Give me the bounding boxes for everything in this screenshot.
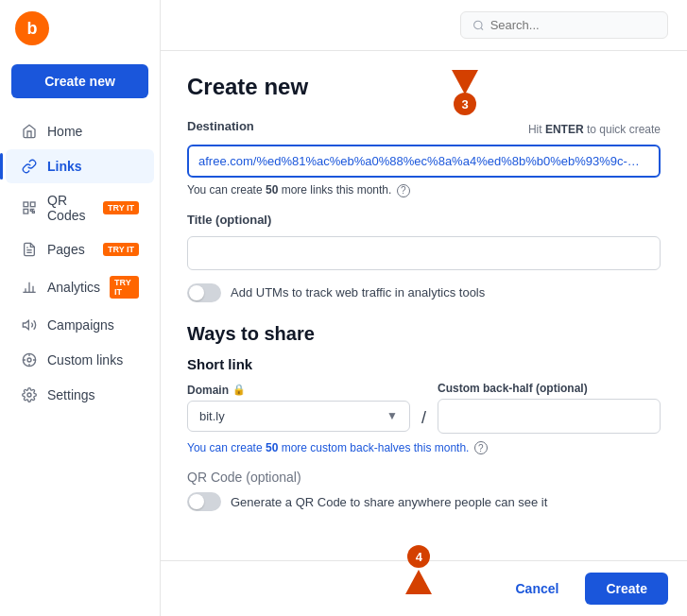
qr-code-label: Generate a QR Code to share anywhere peo… (231, 495, 547, 509)
topbar (161, 0, 687, 51)
annotation-3: 3 (452, 70, 478, 115)
search-input[interactable] (490, 18, 656, 32)
svg-point-11 (27, 393, 31, 397)
can-create-help-icon[interactable]: ? (397, 184, 410, 197)
home-icon (21, 123, 38, 140)
analytics-try-it-badge: TRY IT (110, 276, 139, 299)
chevron-down-icon: ▼ (386, 409, 398, 422)
lock-icon: 🔒 (232, 384, 246, 396)
domain-select[interactable]: bit.ly ▼ (187, 401, 410, 432)
sidebar-item-pages[interactable]: Pages TRY IT (6, 232, 154, 266)
domain-row: Domain 🔒 bit.ly ▼ / Custom back-half (op… (187, 382, 661, 434)
title-input[interactable] (187, 236, 661, 270)
domain-column: Domain 🔒 bit.ly ▼ (187, 384, 410, 432)
sidebar-item-links-label: Links (47, 159, 139, 174)
custom-links-icon (21, 351, 38, 368)
custom-backhalf-label: Custom back-half (optional) (438, 382, 661, 395)
main-area: Create new Destination Hit ENTER to quic… (161, 0, 687, 616)
svg-rect-2 (24, 209, 28, 214)
sidebar-item-analytics[interactable]: Analytics TRY IT (6, 267, 154, 307)
svg-point-12 (474, 21, 482, 28)
sidebar-item-home[interactable]: Home (6, 114, 154, 148)
pages-icon (21, 241, 38, 258)
sidebar-item-links[interactable]: Links (6, 149, 154, 183)
qr-code-title: QR Code (optional) (187, 470, 661, 485)
sidebar-item-campaigns[interactable]: Campaigns (6, 308, 154, 342)
enter-hint: Hit ENTER to quick create (528, 123, 661, 136)
analytics-icon (21, 279, 38, 296)
svg-rect-0 (24, 202, 28, 207)
search-icon (472, 19, 485, 32)
short-link-title: Short link (187, 356, 661, 372)
search-box[interactable] (460, 11, 668, 39)
sidebar-logo: b (0, 0, 160, 57)
backhalf-note: You can create 50 more custom back-halve… (187, 441, 661, 455)
campaigns-icon (21, 317, 38, 334)
bottom-bar: 4 Cancel Create (161, 560, 687, 616)
page-title: Create new (187, 74, 661, 100)
custom-backhalf-input[interactable] (438, 399, 661, 434)
qr-try-it-badge: TRY IT (103, 201, 139, 214)
qr-code-toggle[interactable] (187, 492, 221, 511)
ways-to-share-section: Ways to share Short link Domain 🔒 bit.ly… (187, 323, 661, 512)
title-label: Title (optional) (187, 213, 661, 227)
cancel-button[interactable]: Cancel (500, 573, 574, 604)
qr-toggle-knob (189, 494, 204, 509)
sidebar-item-analytics-label: Analytics (47, 280, 100, 295)
logo-icon: b (15, 11, 49, 45)
sidebar-item-qr-label: QR Codes (47, 193, 94, 223)
svg-marker-9 (23, 320, 28, 329)
destination-section: Destination Hit ENTER to quick create 3 (187, 119, 661, 178)
qr-toggle-row: Generate a QR Code to share anywhere peo… (187, 492, 661, 511)
backhalf-help-icon[interactable]: ? (474, 441, 488, 454)
svg-rect-1 (30, 202, 35, 207)
qr-section: QR Code (optional) Generate a QR Code to… (187, 470, 661, 511)
settings-icon (21, 386, 38, 403)
sidebar-item-home-label: Home (47, 124, 139, 139)
toggle-knob (189, 285, 204, 300)
title-section: Title (optional) (187, 213, 661, 270)
utm-toggle[interactable] (187, 283, 221, 302)
content-area: Create new Destination Hit ENTER to quic… (161, 51, 687, 560)
sidebar-item-settings-label: Settings (47, 387, 139, 402)
svg-line-13 (481, 27, 483, 29)
svg-point-10 (27, 358, 31, 362)
utm-row: Add UTMs to track web traffic in analyti… (187, 283, 661, 302)
annotation-4: 4 (405, 545, 432, 594)
domain-label: Domain 🔒 (187, 384, 410, 397)
sidebar-item-campaigns-label: Campaigns (47, 317, 139, 333)
link-icon (21, 158, 38, 175)
sidebar: b Create new Home Links (0, 0, 161, 616)
pages-try-it-badge: TRY IT (103, 243, 139, 256)
ways-to-share-title: Ways to share (187, 323, 661, 345)
utm-label: Add UTMs to track web traffic in analyti… (231, 285, 485, 299)
destination-header: Destination Hit ENTER to quick create (187, 119, 661, 139)
sidebar-item-custom-links-label: Custom links (47, 352, 139, 368)
sidebar-item-qr-codes[interactable]: QR Codes TRY IT (6, 184, 154, 231)
sidebar-nav: Home Links QR Codes TRY (0, 113, 160, 616)
sidebar-item-pages-label: Pages (47, 242, 94, 257)
destination-label: Destination (187, 119, 254, 133)
can-create-links: You can create 50 more links this month.… (187, 183, 661, 197)
create-button[interactable]: Create (585, 573, 668, 605)
destination-input[interactable] (187, 145, 661, 178)
sidebar-item-custom-links[interactable]: Custom links (6, 343, 154, 377)
qr-icon (21, 199, 38, 216)
custom-backhalf-column: Custom back-half (optional) (438, 382, 661, 434)
sidebar-item-settings[interactable]: Settings (6, 378, 154, 412)
slash-separator: / (421, 408, 426, 428)
create-new-button[interactable]: Create new (11, 64, 148, 98)
